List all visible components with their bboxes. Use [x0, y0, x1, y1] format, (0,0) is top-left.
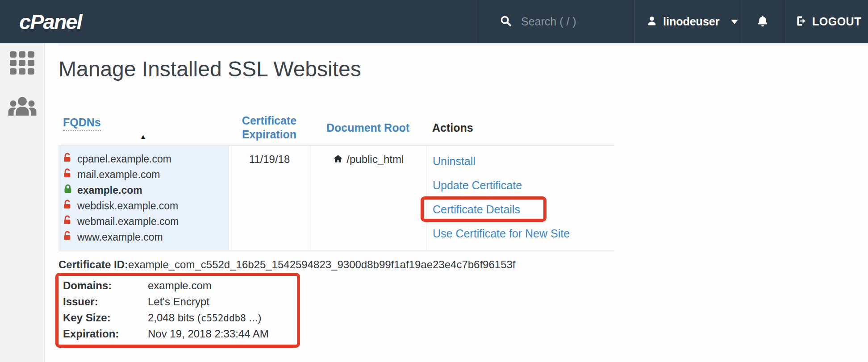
- search-input[interactable]: [521, 15, 619, 28]
- column-header-cert-expiration[interactable]: Certificate Expiration: [229, 114, 310, 142]
- document-root-path: /public_html: [346, 153, 404, 165]
- open-lock-icon: [63, 153, 73, 165]
- table-header-row: FQDNs ▲ Certificate Expiration Document …: [58, 114, 614, 146]
- open-lock-icon: [63, 168, 73, 181]
- fqdns-sort-label[interactable]: FQDNs: [63, 116, 101, 131]
- username-label: linodeuser: [663, 15, 719, 28]
- open-lock-icon: [63, 215, 73, 228]
- fqdn-label: webmail.example.com: [77, 216, 179, 228]
- search-bar[interactable]: [478, 0, 634, 43]
- fqdn-item: example.com: [63, 183, 229, 198]
- detail-row-key-size: Key Size: 2,048 bits (c552ddb8 ...): [63, 310, 292, 326]
- ssl-websites-table: FQDNs ▲ Certificate Expiration Document …: [58, 114, 614, 250]
- logout-label: LOGOUT: [812, 15, 861, 28]
- sidebar: [0, 43, 45, 362]
- column-header-fqdns[interactable]: FQDNs ▲: [58, 116, 229, 140]
- key-fingerprint: c552ddb8: [201, 313, 246, 324]
- expiration-label: Expiration:: [63, 328, 148, 340]
- fqdn-item: webmail.example.com: [63, 214, 229, 229]
- user-manager-icon[interactable]: [8, 96, 37, 118]
- document-root-cell: /public_html: [310, 146, 426, 250]
- open-lock-icon: [63, 231, 73, 243]
- open-lock-icon: [63, 200, 73, 212]
- user-icon: [646, 15, 658, 29]
- fqdn-label: example.com: [77, 184, 142, 196]
- home-icon: [333, 154, 346, 166]
- fqdn-label: www.example.com: [77, 231, 163, 243]
- logout-icon: [795, 15, 808, 29]
- column-header-actions: Actions: [426, 121, 614, 134]
- chevron-down-icon: [731, 20, 738, 24]
- uninstall-link[interactable]: Uninstall: [433, 150, 614, 174]
- expiration-value: Nov 19, 2018 2:33:44 AM: [148, 328, 269, 340]
- issuer-label: Issuer:: [63, 295, 148, 308]
- detail-row-issuer: Issuer: Let's Encrypt: [63, 294, 292, 310]
- content-area: Manage Installed SSL Websites FQDNs ▲ Ce…: [45, 43, 868, 362]
- apps-grid-icon[interactable]: [10, 51, 35, 75]
- detail-row-expiration: Expiration: Nov 19, 2018 2:33:44 AM: [63, 326, 292, 342]
- issuer-value: Let's Encrypt: [148, 295, 209, 308]
- closed-lock-icon: [63, 184, 73, 196]
- red-annotation-certificate-summary: Domains: example.com Issuer: Let's Encry…: [55, 273, 300, 348]
- top-navbar: cPanel linodeuser: [0, 0, 868, 43]
- certificate-details-link[interactable]: Certificate Details: [433, 198, 614, 222]
- main-area: Manage Installed SSL Websites FQDNs ▲ Ce…: [0, 43, 868, 362]
- fqdn-item: mail.example.com: [63, 167, 229, 183]
- update-certificate-link[interactable]: Update Certificate: [433, 174, 614, 198]
- fqdn-label: mail.example.com: [77, 169, 160, 181]
- key-size-value: 2,048 bits (c552ddb8 ...): [148, 312, 262, 324]
- fqdn-item: www.example.com: [63, 229, 229, 245]
- page-title: Manage Installed SSL Websites: [58, 57, 868, 81]
- certificate-id-value: example_com_c552d_16b25_1542594823_9300d…: [128, 258, 515, 270]
- cpanel-screen: cPanel linodeuser: [0, 0, 868, 362]
- bell-icon: [756, 14, 769, 29]
- certificate-expiration-cell: 11/19/18: [229, 146, 310, 250]
- certificate-id-line: Certificate ID:example_com_c552d_16b25_1…: [58, 258, 868, 271]
- column-header-document-root[interactable]: Document Root: [310, 121, 426, 135]
- user-menu[interactable]: linodeuser: [634, 0, 740, 43]
- domains-value: example.com: [148, 279, 212, 292]
- table-row: cpanel.example.com mail.example.com: [58, 146, 614, 250]
- domains-label: Domains:: [63, 279, 148, 292]
- logout-button[interactable]: LOGOUT: [785, 0, 868, 43]
- fqdn-item: webdisk.example.com: [63, 198, 229, 214]
- detail-row-domains: Domains: example.com: [63, 278, 292, 294]
- navbar-right: linodeuser LOGOUT: [478, 0, 868, 43]
- fqdn-label: webdisk.example.com: [77, 200, 178, 212]
- cpanel-logo: cPanel: [19, 0, 82, 43]
- sort-ascending-icon: ▲: [140, 133, 229, 140]
- certificate-id-label: Certificate ID:: [58, 258, 128, 270]
- key-size-label: Key Size:: [63, 312, 148, 324]
- actions-cell: Uninstall Update Certificate Certificate…: [426, 146, 614, 250]
- notifications-button[interactable]: [740, 0, 785, 43]
- use-certificate-new-site-link[interactable]: Use Certificate for New Site: [433, 222, 614, 246]
- fqdn-item: cpanel.example.com: [63, 151, 229, 167]
- search-icon: [500, 15, 512, 29]
- fqdn-label: cpanel.example.com: [77, 153, 171, 165]
- fqdns-cell: cpanel.example.com mail.example.com: [58, 146, 229, 250]
